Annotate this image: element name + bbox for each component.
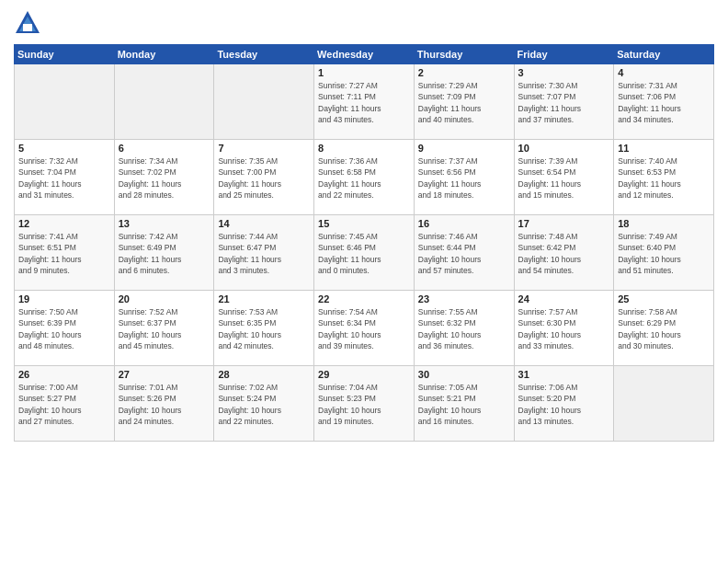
day-number: 31 — [518, 369, 610, 380]
day-info: Sunrise: 7:49 AM Sunset: 6:40 PM Dayligh… — [618, 231, 710, 276]
day-info: Sunrise: 7:58 AM Sunset: 6:29 PM Dayligh… — [618, 306, 710, 351]
day-number: 10 — [518, 143, 610, 154]
day-number: 21 — [218, 293, 310, 304]
day-cell: 9Sunrise: 7:37 AM Sunset: 6:56 PM Daylig… — [414, 140, 514, 215]
day-cell: 23Sunrise: 7:55 AM Sunset: 6:32 PM Dayli… — [414, 291, 514, 366]
day-cell: 29Sunrise: 7:04 AM Sunset: 5:23 PM Dayli… — [314, 366, 415, 442]
day-cell: 8Sunrise: 7:36 AM Sunset: 6:58 PM Daylig… — [314, 140, 415, 215]
day-cell: 3Sunrise: 7:30 AM Sunset: 7:07 PM Daylig… — [514, 64, 614, 140]
day-number: 25 — [618, 293, 710, 304]
day-number: 23 — [418, 293, 510, 304]
day-cell — [15, 64, 115, 140]
day-info: Sunrise: 7:45 AM Sunset: 6:46 PM Dayligh… — [318, 231, 410, 276]
day-number: 19 — [18, 293, 110, 304]
day-info: Sunrise: 7:34 AM Sunset: 7:02 PM Dayligh… — [119, 155, 210, 201]
day-cell: 5Sunrise: 7:32 AM Sunset: 7:04 PM Daylig… — [15, 140, 115, 215]
weekday-friday: Friday — [514, 45, 614, 64]
day-info: Sunrise: 7:05 AM Sunset: 5:21 PM Dayligh… — [418, 382, 510, 427]
day-number: 28 — [218, 369, 310, 380]
day-number: 14 — [218, 218, 310, 229]
day-info: Sunrise: 7:48 AM Sunset: 6:42 PM Dayligh… — [518, 231, 610, 276]
day-info: Sunrise: 7:27 AM Sunset: 7:11 PM Dayligh… — [318, 80, 410, 125]
weekday-tuesday: Tuesday — [214, 45, 314, 64]
day-number: 9 — [418, 143, 510, 154]
day-cell — [114, 64, 214, 140]
weekday-sunday: Sunday — [15, 45, 115, 64]
day-number: 4 — [618, 67, 710, 78]
day-cell: 2Sunrise: 7:29 AM Sunset: 7:09 PM Daylig… — [414, 64, 514, 140]
day-number: 26 — [18, 369, 110, 380]
day-number: 5 — [18, 143, 110, 154]
day-info: Sunrise: 7:32 AM Sunset: 7:04 PM Dayligh… — [18, 155, 110, 201]
day-number: 1 — [318, 67, 410, 78]
day-cell — [614, 366, 714, 442]
day-number: 20 — [119, 293, 210, 304]
logo — [14, 9, 45, 37]
day-number: 30 — [418, 369, 510, 380]
day-number: 6 — [119, 143, 210, 154]
calendar-table: SundayMondayTuesdayWednesdayThursdayFrid… — [14, 44, 714, 442]
day-cell: 24Sunrise: 7:57 AM Sunset: 6:30 PM Dayli… — [514, 291, 614, 366]
weekday-saturday: Saturday — [614, 45, 714, 64]
day-number: 29 — [318, 369, 410, 380]
day-number: 3 — [518, 67, 610, 78]
day-cell: 12Sunrise: 7:41 AM Sunset: 6:51 PM Dayli… — [15, 215, 115, 291]
day-cell: 15Sunrise: 7:45 AM Sunset: 6:46 PM Dayli… — [314, 215, 415, 291]
day-number: 24 — [518, 293, 610, 304]
day-number: 11 — [618, 143, 710, 154]
weekday-header-row: SundayMondayTuesdayWednesdayThursdayFrid… — [15, 45, 714, 64]
day-cell: 6Sunrise: 7:34 AM Sunset: 7:02 PM Daylig… — [114, 140, 214, 215]
day-info: Sunrise: 7:06 AM Sunset: 5:20 PM Dayligh… — [518, 382, 610, 427]
day-info: Sunrise: 7:01 AM Sunset: 5:26 PM Dayligh… — [119, 382, 210, 427]
day-info: Sunrise: 7:39 AM Sunset: 6:54 PM Dayligh… — [518, 155, 610, 201]
day-cell: 18Sunrise: 7:49 AM Sunset: 6:40 PM Dayli… — [614, 215, 714, 291]
day-number: 7 — [218, 143, 310, 154]
header — [14, 9, 714, 37]
day-info: Sunrise: 7:42 AM Sunset: 6:49 PM Dayligh… — [119, 231, 210, 276]
day-cell — [214, 64, 314, 140]
day-cell: 14Sunrise: 7:44 AM Sunset: 6:47 PM Dayli… — [214, 215, 314, 291]
day-cell: 4Sunrise: 7:31 AM Sunset: 7:06 PM Daylig… — [614, 64, 714, 140]
day-info: Sunrise: 7:31 AM Sunset: 7:06 PM Dayligh… — [618, 80, 710, 125]
day-cell: 10Sunrise: 7:39 AM Sunset: 6:54 PM Dayli… — [514, 140, 614, 215]
day-number: 12 — [18, 218, 110, 229]
day-cell: 11Sunrise: 7:40 AM Sunset: 6:53 PM Dayli… — [614, 140, 714, 215]
page: SundayMondayTuesdayWednesdayThursdayFrid… — [0, 0, 728, 563]
day-info: Sunrise: 7:29 AM Sunset: 7:09 PM Dayligh… — [418, 80, 510, 125]
day-cell: 22Sunrise: 7:54 AM Sunset: 6:34 PM Dayli… — [314, 291, 415, 366]
day-cell: 30Sunrise: 7:05 AM Sunset: 5:21 PM Dayli… — [414, 366, 514, 442]
day-cell: 28Sunrise: 7:02 AM Sunset: 5:24 PM Dayli… — [214, 366, 314, 442]
day-cell: 13Sunrise: 7:42 AM Sunset: 6:49 PM Dayli… — [114, 215, 214, 291]
day-info: Sunrise: 7:50 AM Sunset: 6:39 PM Dayligh… — [18, 306, 110, 351]
day-info: Sunrise: 7:02 AM Sunset: 5:24 PM Dayligh… — [218, 382, 310, 427]
day-info: Sunrise: 7:40 AM Sunset: 6:53 PM Dayligh… — [618, 155, 710, 201]
day-number: 27 — [119, 369, 210, 380]
day-info: Sunrise: 7:04 AM Sunset: 5:23 PM Dayligh… — [318, 382, 410, 427]
day-cell: 19Sunrise: 7:50 AM Sunset: 6:39 PM Dayli… — [15, 291, 115, 366]
weekday-thursday: Thursday — [414, 45, 514, 64]
logo-icon — [14, 9, 41, 37]
day-info: Sunrise: 7:36 AM Sunset: 6:58 PM Dayligh… — [318, 155, 410, 201]
day-info: Sunrise: 7:35 AM Sunset: 7:00 PM Dayligh… — [218, 155, 310, 201]
day-info: Sunrise: 7:46 AM Sunset: 6:44 PM Dayligh… — [418, 231, 510, 276]
day-info: Sunrise: 7:52 AM Sunset: 6:37 PM Dayligh… — [119, 306, 210, 351]
day-number: 22 — [318, 293, 410, 304]
day-number: 15 — [318, 218, 410, 229]
svg-rect-2 — [23, 24, 32, 31]
day-number: 17 — [518, 218, 610, 229]
day-number: 16 — [418, 218, 510, 229]
day-info: Sunrise: 7:54 AM Sunset: 6:34 PM Dayligh… — [318, 306, 410, 351]
day-info: Sunrise: 7:53 AM Sunset: 6:35 PM Dayligh… — [218, 306, 310, 351]
day-cell: 31Sunrise: 7:06 AM Sunset: 5:20 PM Dayli… — [514, 366, 614, 442]
day-cell: 21Sunrise: 7:53 AM Sunset: 6:35 PM Dayli… — [214, 291, 314, 366]
day-cell: 1Sunrise: 7:27 AM Sunset: 7:11 PM Daylig… — [314, 64, 415, 140]
day-cell: 16Sunrise: 7:46 AM Sunset: 6:44 PM Dayli… — [414, 215, 514, 291]
day-info: Sunrise: 7:57 AM Sunset: 6:30 PM Dayligh… — [518, 306, 610, 351]
weekday-wednesday: Wednesday — [314, 45, 415, 64]
day-info: Sunrise: 7:41 AM Sunset: 6:51 PM Dayligh… — [18, 231, 110, 276]
day-number: 18 — [618, 218, 710, 229]
day-info: Sunrise: 7:55 AM Sunset: 6:32 PM Dayligh… — [418, 306, 510, 351]
day-info: Sunrise: 7:44 AM Sunset: 6:47 PM Dayligh… — [218, 231, 310, 276]
day-cell: 17Sunrise: 7:48 AM Sunset: 6:42 PM Dayli… — [514, 215, 614, 291]
weekday-monday: Monday — [114, 45, 214, 64]
